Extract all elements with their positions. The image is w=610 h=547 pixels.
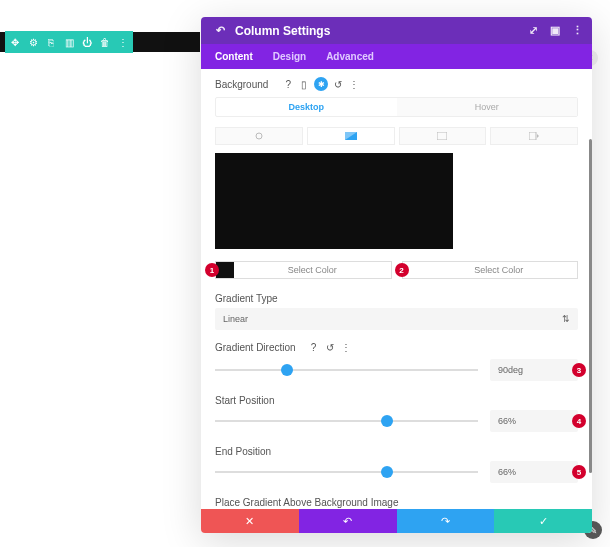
slider-thumb[interactable] bbox=[281, 364, 293, 376]
gradient-type-label: Gradient Type bbox=[215, 293, 578, 304]
help-icon[interactable]: ? bbox=[308, 342, 320, 353]
background-subtabs bbox=[215, 127, 578, 145]
modal-footer: ✕ ↶ ↷ ✓ bbox=[201, 509, 592, 533]
reset-icon[interactable]: ↺ bbox=[324, 342, 336, 353]
columns-icon[interactable]: ▣ bbox=[548, 24, 562, 37]
move-icon[interactable]: ✥ bbox=[9, 37, 21, 48]
slider-thumb[interactable] bbox=[381, 415, 393, 427]
phone-icon[interactable]: ▯ bbox=[298, 79, 310, 90]
subtab-gradient[interactable] bbox=[307, 127, 395, 145]
color-picker-2[interactable]: Select Color bbox=[402, 261, 579, 279]
scrollbar[interactable] bbox=[589, 139, 592, 473]
color-picker-2-label: Select Color bbox=[421, 265, 578, 275]
gradient-direction-slider[interactable] bbox=[215, 369, 478, 371]
reset-icon[interactable]: ↺ bbox=[332, 79, 344, 90]
device-tabs: Desktop Hover bbox=[215, 97, 578, 117]
end-position-value[interactable]: 66% bbox=[490, 461, 578, 483]
slider-thumb[interactable] bbox=[381, 466, 393, 478]
settings-icon[interactable]: ⚙ bbox=[27, 37, 39, 48]
more-icon[interactable]: ⋮ bbox=[348, 79, 360, 90]
annotation-4: 4 bbox=[572, 414, 586, 428]
chevron-updown-icon: ⇅ bbox=[562, 314, 570, 324]
help-icon[interactable]: ? bbox=[282, 79, 294, 90]
annotation-5: 5 bbox=[572, 465, 586, 479]
subtab-video[interactable] bbox=[490, 127, 578, 145]
background-label-row: Background ? ▯ ✱ ↺ ⋮ bbox=[215, 77, 578, 91]
tab-content[interactable]: Content bbox=[215, 51, 253, 62]
undo-button[interactable]: ↶ bbox=[299, 509, 397, 533]
gradient-type-select[interactable]: Linear ⇅ bbox=[215, 308, 578, 330]
annotation-3: 3 bbox=[572, 363, 586, 377]
duplicate-icon[interactable]: ⎘ bbox=[45, 37, 57, 48]
annotation-2: 2 bbox=[395, 263, 409, 277]
more-icon[interactable]: ⋮ bbox=[117, 37, 129, 48]
start-position-slider[interactable] bbox=[215, 420, 478, 422]
save-icon[interactable]: ▥ bbox=[63, 37, 75, 48]
start-position-label: Start Position bbox=[215, 395, 578, 406]
modal-header: ↶ Column Settings ⤢ ▣ ⋮ bbox=[201, 17, 592, 44]
modal-title: Column Settings bbox=[235, 24, 330, 38]
modal-body: Background ? ▯ ✱ ↺ ⋮ Desktop Hover bbox=[201, 69, 592, 509]
end-position-row: 66% 5 bbox=[215, 461, 578, 483]
module-toolbar: ✥ ⚙ ⎘ ▥ ⏻ 🗑 ⋮ bbox=[5, 31, 133, 53]
more-icon[interactable]: ⋮ bbox=[340, 342, 352, 353]
tab-advanced[interactable]: Advanced bbox=[326, 51, 374, 62]
subtab-color[interactable] bbox=[215, 127, 303, 145]
end-position-slider[interactable] bbox=[215, 471, 478, 473]
more-icon[interactable]: ⋮ bbox=[570, 24, 584, 37]
svg-point-0 bbox=[256, 133, 262, 139]
snap-icon[interactable]: ⤢ bbox=[526, 24, 540, 37]
svg-marker-5 bbox=[537, 134, 539, 138]
gradient-direction-value[interactable]: 90deg bbox=[490, 359, 578, 381]
delete-icon[interactable]: 🗑 bbox=[99, 37, 111, 48]
gradient-direction-label: Gradient Direction bbox=[215, 342, 296, 353]
back-icon[interactable]: ↶ bbox=[213, 24, 227, 37]
gradient-type-value: Linear bbox=[223, 314, 248, 324]
image-icon bbox=[437, 132, 447, 140]
color-picker-1[interactable]: Select Color bbox=[215, 261, 392, 279]
redo-button[interactable]: ↷ bbox=[397, 509, 495, 533]
svg-rect-4 bbox=[529, 132, 536, 140]
svg-rect-3 bbox=[437, 132, 447, 140]
paint-icon bbox=[254, 131, 264, 141]
subtab-image[interactable] bbox=[399, 127, 487, 145]
color-picker-1-label: Select Color bbox=[234, 265, 391, 275]
gradient-direction-label-row: Gradient Direction ? ↺ ⋮ bbox=[215, 342, 578, 353]
start-position-row: 66% 4 bbox=[215, 410, 578, 432]
color-picker-row: 1 Select Color 2 Select Color bbox=[215, 261, 578, 279]
place-above-label: Place Gradient Above Background Image bbox=[215, 497, 578, 508]
pointer-icon[interactable]: ✱ bbox=[314, 77, 328, 91]
confirm-button[interactable]: ✓ bbox=[494, 509, 592, 533]
gradient-direction-row: 90deg 3 bbox=[215, 359, 578, 381]
gradient-icon bbox=[345, 132, 357, 140]
column-settings-modal: ↶ Column Settings ⤢ ▣ ⋮ Content Design A… bbox=[201, 17, 592, 533]
annotation-1: 1 bbox=[205, 263, 219, 277]
cancel-button[interactable]: ✕ bbox=[201, 509, 299, 533]
background-label: Background bbox=[215, 79, 268, 90]
power-icon[interactable]: ⏻ bbox=[81, 37, 93, 48]
tab-design[interactable]: Design bbox=[273, 51, 306, 62]
start-position-value[interactable]: 66% bbox=[490, 410, 578, 432]
gradient-preview bbox=[215, 153, 453, 249]
end-position-label: End Position bbox=[215, 446, 578, 457]
device-tab-desktop[interactable]: Desktop bbox=[216, 98, 397, 116]
video-icon bbox=[529, 132, 539, 140]
device-tab-hover[interactable]: Hover bbox=[397, 98, 578, 116]
modal-tabs: Content Design Advanced bbox=[201, 44, 592, 69]
